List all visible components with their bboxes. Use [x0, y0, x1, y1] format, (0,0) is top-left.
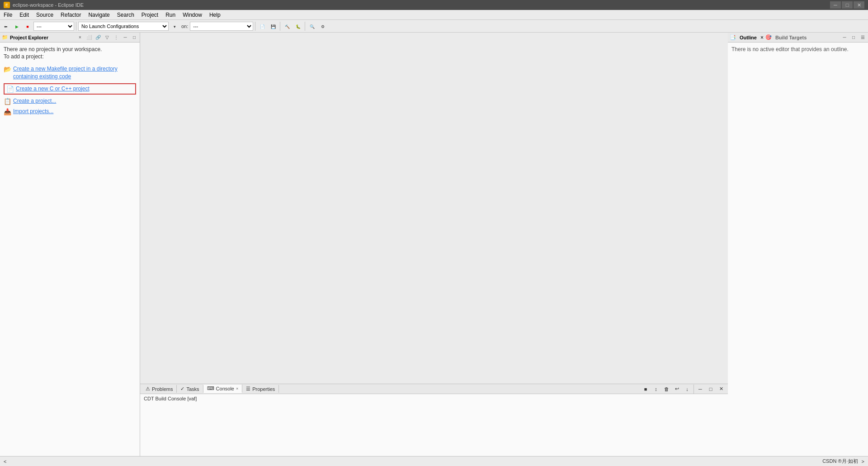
save-button[interactable] — [268, 21, 278, 31]
new-file-icon — [260, 24, 265, 29]
scroll-lock-btn[interactable]: ↕ — [651, 384, 661, 394]
makefile-icon: 📂 — [4, 66, 11, 73]
project-explorer-header: 📁 Project Explorer × ⬜ 🔗 ▽ ⋮ ─ □ — [0, 33, 140, 43]
stop-button[interactable] — [23, 21, 33, 31]
menu-search[interactable]: Search — [113, 11, 138, 19]
separator-3 — [280, 22, 280, 31]
maximize-button[interactable]: □ — [842, 1, 853, 9]
clear-console-btn[interactable]: 🗑 — [661, 384, 671, 394]
bottom-minimize-btn[interactable]: ─ — [695, 384, 705, 394]
build-targets-tab[interactable]: Build Targets — [774, 35, 808, 40]
tasks-icon: ✓ — [180, 386, 184, 392]
tab-console[interactable]: ⌨ Console × — [203, 385, 243, 393]
status-right: CSDN ®月·如初 — [822, 458, 858, 465]
launch-combo[interactable]: No Launch Configurations — [78, 22, 169, 31]
create-project-link[interactable]: 📋 Create a project... — [4, 97, 136, 105]
scroll-right-btn[interactable]: > — [862, 459, 864, 464]
status-bar: < CSDN ®月·如初 > — [0, 456, 868, 466]
separator-4 — [305, 22, 305, 31]
scroll-end-btn[interactable]: ↓ — [682, 384, 692, 394]
debug-button[interactable] — [293, 21, 303, 31]
outline-header: 📑 Outline × 🎯 Build Targets ─ □ ☰ — [728, 33, 868, 43]
link-editor-btn[interactable]: 🔗 — [94, 34, 102, 41]
menu-source[interactable]: Source — [33, 11, 57, 19]
run-button[interactable] — [12, 21, 22, 31]
launch-combo-arrow[interactable] — [170, 21, 179, 31]
menu-run[interactable]: Run — [162, 11, 179, 19]
main-layout: 📁 Project Explorer × ⬜ 🔗 ▽ ⋮ ─ □ There a… — [0, 33, 868, 456]
outline-panel: 📑 Outline × 🎯 Build Targets ─ □ ☰ There … — [728, 33, 868, 456]
search-button[interactable] — [307, 21, 317, 31]
import-projects-anchor[interactable]: Import projects... — [13, 108, 53, 115]
bottom-panel-toolbar: ■ ↕ 🗑 ↩ ↓ ─ □ ✕ — [641, 384, 726, 394]
window-title: eclipse-workspace - Eclipse IDE — [13, 2, 84, 8]
bottom-close-btn[interactable]: ✕ — [716, 384, 726, 394]
menu-file[interactable]: File — [0, 11, 16, 19]
project-explorer-title: Project Explorer — [10, 35, 75, 40]
filter-btn[interactable]: ▽ — [104, 34, 111, 41]
tab-properties[interactable]: ☰ Properties — [242, 385, 279, 393]
outline-tab-close[interactable]: × — [760, 34, 764, 41]
outline-viewmenu-btn[interactable]: ☰ — [859, 34, 866, 41]
create-project-anchor[interactable]: Create a project... — [13, 97, 56, 105]
save-icon — [271, 24, 276, 29]
center-area: ⚠ Problems ✓ Tasks ⌨ Console × ☰ Propert… — [140, 33, 728, 456]
project-explorer-panel: 📁 Project Explorer × ⬜ 🔗 ▽ ⋮ ─ □ There a… — [0, 33, 140, 456]
run-icon — [15, 24, 19, 29]
search-icon — [310, 24, 315, 29]
back-button[interactable] — [1, 21, 11, 31]
outline-icon: 📑 — [730, 34, 736, 40]
terminate-btn[interactable]: ■ — [641, 384, 651, 394]
menu-navigate[interactable]: Navigate — [85, 11, 113, 19]
create-cpp-anchor[interactable]: Create a new C or C++ project — [16, 85, 90, 93]
new-file-button[interactable] — [257, 21, 267, 31]
outline-content: There is no active editor that provides … — [728, 43, 868, 456]
outline-tab[interactable]: Outline — [738, 35, 759, 40]
build-icon — [285, 24, 290, 29]
menu-project[interactable]: Project — [138, 11, 162, 19]
build-button[interactable] — [282, 21, 292, 31]
word-wrap-btn[interactable]: ↩ — [672, 384, 682, 394]
menu-window[interactable]: Window — [179, 11, 206, 19]
outline-minimize-btn[interactable]: ─ — [841, 34, 848, 41]
settings-button[interactable] — [318, 21, 328, 31]
tab-problems[interactable]: ⚠ Problems — [142, 385, 177, 393]
create-cpp-link[interactable]: 📄 Create a new C or C++ project — [4, 83, 136, 95]
project-explorer-content: There are no projects in your workspace.… — [0, 43, 140, 456]
menu-refactor[interactable]: Refactor — [57, 11, 85, 19]
import-icon: 📥 — [4, 108, 11, 115]
problems-icon: ⚠ — [146, 386, 150, 392]
console-close-btn[interactable]: × — [236, 386, 238, 391]
pe-maximize-btn[interactable]: □ — [131, 34, 138, 41]
no-editor-message: There is no active editor that provides … — [731, 46, 849, 52]
pe-minimize-btn[interactable]: ─ — [122, 34, 129, 41]
bottom-maximize-btn[interactable]: □ — [706, 384, 716, 394]
outline-maximize-btn[interactable]: □ — [850, 34, 857, 41]
create-makefile-link[interactable]: 📂 Create a new Makefile project in a dir… — [4, 65, 136, 81]
menu-edit[interactable]: Edit — [16, 11, 33, 19]
console-label: Console — [216, 386, 234, 391]
scroll-left-btn[interactable]: < — [4, 459, 6, 464]
tasks-label: Tasks — [186, 386, 199, 392]
no-projects-message: There are no projects in your workspace. — [4, 46, 136, 52]
bottom-tab-bar: ⚠ Problems ✓ Tasks ⌨ Console × ☰ Propert… — [140, 384, 728, 394]
minimize-button[interactable]: ─ — [830, 1, 841, 9]
menu-help[interactable]: Help — [206, 11, 224, 19]
properties-label: Properties — [252, 386, 275, 392]
gear-icon — [321, 24, 325, 29]
cpp-icon: 📄 — [6, 86, 14, 93]
tab-tasks[interactable]: ✓ Tasks — [177, 385, 203, 393]
debug-icon — [296, 24, 301, 29]
create-makefile-anchor[interactable]: Create a new Makefile project in a direc… — [13, 65, 136, 81]
separator-1 — [76, 22, 76, 31]
mode-combo[interactable]: --- — [33, 22, 74, 31]
collapse-all-btn[interactable]: ⬜ — [85, 34, 93, 41]
close-button[interactable]: ✕ — [854, 1, 864, 9]
pe-dots-btn[interactable]: ⋮ — [113, 34, 120, 41]
console-content: CDT Build Console [vaf] — [140, 394, 728, 456]
pe-tab-close[interactable]: × — [76, 34, 84, 41]
chevron-icon — [174, 24, 176, 29]
import-projects-link[interactable]: 📥 Import projects... — [4, 108, 136, 115]
target-combo[interactable]: --- — [190, 22, 253, 31]
project-icon: 📋 — [4, 98, 11, 105]
